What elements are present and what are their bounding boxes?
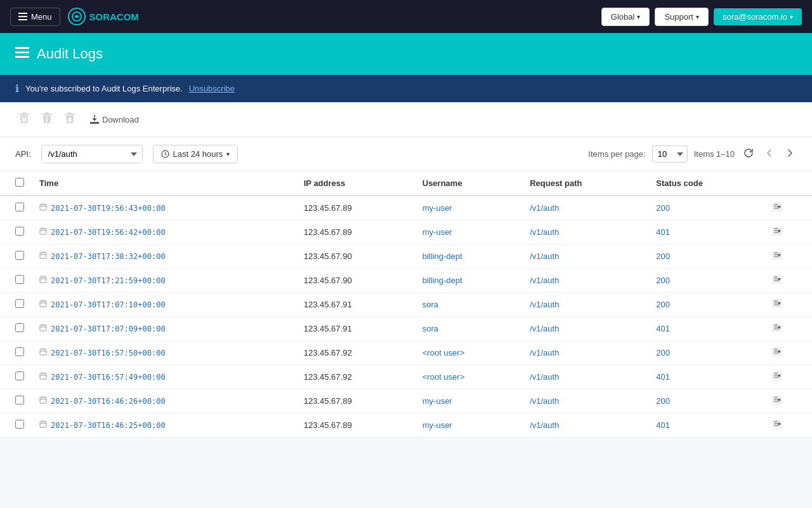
global-button[interactable]: Global ▾ <box>601 8 650 26</box>
row-status-code: 401 <box>648 413 764 438</box>
row-action-cell <box>764 293 812 317</box>
row-request-path: /v1/auth <box>522 293 648 317</box>
info-icon: ℹ <box>15 83 19 95</box>
row-request-path: /v1/auth <box>522 269 648 293</box>
row-action-cell <box>764 389 812 413</box>
svg-rect-26 <box>40 253 46 258</box>
row-request-path: /v1/auth <box>522 244 648 269</box>
time-column-header: Time <box>32 171 296 196</box>
download-button[interactable]: Download <box>84 112 145 127</box>
svg-rect-3 <box>15 56 29 58</box>
row-checkbox-0[interactable] <box>15 203 24 211</box>
row-request-path: /v1/auth <box>522 317 648 341</box>
support-label: Support <box>664 12 693 22</box>
row-checkbox-7[interactable] <box>15 371 24 380</box>
table-row: 2021-07-30T16:46:26+00:00123.45.67.89my-… <box>0 389 812 413</box>
row-checkbox-4[interactable] <box>15 299 24 308</box>
svg-rect-54 <box>40 349 46 355</box>
page-header: Audit Logs <box>0 33 812 75</box>
prev-page-button[interactable] <box>763 146 776 163</box>
calendar-icon <box>39 420 47 430</box>
row-checkbox-8[interactable] <box>15 396 24 404</box>
row-username: sora <box>415 293 522 317</box>
table-row: 2021-07-30T16:57:49+00:00123.45.67.92<ro… <box>0 365 812 389</box>
svg-rect-27 <box>772 251 782 260</box>
table-row: 2021-07-30T17:38:32+00:00123.45.67.90bil… <box>0 244 812 269</box>
time-filter-button[interactable]: Last 24 hours ▾ <box>153 145 239 163</box>
row-time: 2021-07-30T16:57:49+00:00 <box>32 365 296 389</box>
row-ip: 123.45.67.92 <box>296 365 415 389</box>
svg-rect-48 <box>772 323 782 332</box>
delete-button-1[interactable] <box>15 110 33 129</box>
pagination-controls: Items per page: 10 25 50 100 Items 1–10 <box>588 145 797 163</box>
row-checkbox-cell <box>0 341 32 365</box>
svg-rect-10 <box>90 122 99 123</box>
user-menu-button[interactable]: sora@soracom.io ▾ <box>714 8 802 25</box>
row-checkbox-5[interactable] <box>15 323 24 332</box>
row-detail-icon[interactable] <box>772 276 782 286</box>
row-detail-icon[interactable] <box>772 396 782 406</box>
time-value: 2021-07-30T17:21:59+00:00 <box>51 276 166 285</box>
row-time: 2021-07-30T17:07:10+00:00 <box>32 293 296 317</box>
row-detail-icon[interactable] <box>772 324 782 334</box>
next-page-button[interactable] <box>783 146 797 163</box>
svg-rect-9 <box>65 114 75 115</box>
svg-rect-20 <box>772 227 782 236</box>
refresh-button[interactable] <box>741 145 756 163</box>
row-detail-icon[interactable] <box>772 300 782 310</box>
svg-rect-4 <box>22 112 26 114</box>
time-value: 2021-07-30T16:46:26+00:00 <box>51 397 166 406</box>
row-checkbox-9[interactable] <box>15 420 24 429</box>
info-button[interactable] <box>38 110 56 129</box>
row-time: 2021-07-30T16:57:50+00:00 <box>32 341 296 365</box>
unsubscribe-link[interactable]: Unsubscribe <box>189 84 235 93</box>
row-detail-icon[interactable] <box>772 203 782 213</box>
time-value: 2021-07-30T17:38:32+00:00 <box>51 252 166 261</box>
row-username: my-user <box>415 389 522 413</box>
row-detail-icon[interactable] <box>772 227 782 237</box>
row-username: my-user <box>415 196 522 220</box>
svg-rect-34 <box>772 275 782 284</box>
row-detail-icon[interactable] <box>772 372 782 382</box>
download-label: Download <box>102 115 139 124</box>
row-detail-icon[interactable] <box>772 348 782 358</box>
svg-rect-69 <box>772 396 782 404</box>
table-row: 2021-07-30T16:46:25+00:00123.45.67.89my-… <box>0 413 812 438</box>
row-username: billing-dept <box>415 244 522 269</box>
api-filter-select[interactable]: /v1/auth /v1/subscribers /v1/groups <box>41 145 143 163</box>
row-checkbox-2[interactable] <box>15 251 24 260</box>
items-count: Items 1–10 <box>694 149 735 159</box>
row-status-code: 401 <box>648 365 764 389</box>
support-button[interactable]: Support ▾ <box>655 8 709 26</box>
calendar-icon <box>39 396 47 406</box>
calendar-icon <box>39 227 47 237</box>
row-checkbox-cell <box>0 413 32 438</box>
svg-rect-75 <box>40 422 46 427</box>
row-checkbox-6[interactable] <box>15 347 24 356</box>
hamburger-icon <box>18 13 27 20</box>
row-action-cell <box>764 317 812 341</box>
menu-button[interactable]: Menu <box>10 8 60 26</box>
row-detail-icon[interactable] <box>772 251 782 262</box>
row-action-cell <box>764 341 812 365</box>
row-time: 2021-07-30T16:46:25+00:00 <box>32 413 296 438</box>
row-request-path: /v1/auth <box>522 389 648 413</box>
svg-rect-19 <box>40 229 46 234</box>
row-username: <root user> <box>415 341 522 365</box>
time-filter-label: Last 24 hours <box>173 149 223 159</box>
select-all-checkbox[interactable] <box>15 178 24 187</box>
export-button[interactable] <box>61 110 79 129</box>
per-page-select[interactable]: 10 25 50 100 <box>652 145 688 163</box>
row-checkbox-1[interactable] <box>15 227 24 236</box>
row-checkbox-3[interactable] <box>15 275 24 284</box>
row-ip: 123.45.67.90 <box>296 269 415 293</box>
global-chevron-icon: ▾ <box>637 13 640 20</box>
info-banner: ℹ You're subscribed to Audit Logs Enterp… <box>0 75 812 102</box>
row-checkbox-cell <box>0 317 32 341</box>
svg-rect-6 <box>45 112 49 114</box>
row-checkbox-cell <box>0 389 32 413</box>
row-status-code: 200 <box>648 244 764 269</box>
row-time: 2021-07-30T17:38:32+00:00 <box>32 244 296 269</box>
row-detail-icon[interactable] <box>772 420 782 431</box>
row-status-code: 200 <box>648 389 764 413</box>
